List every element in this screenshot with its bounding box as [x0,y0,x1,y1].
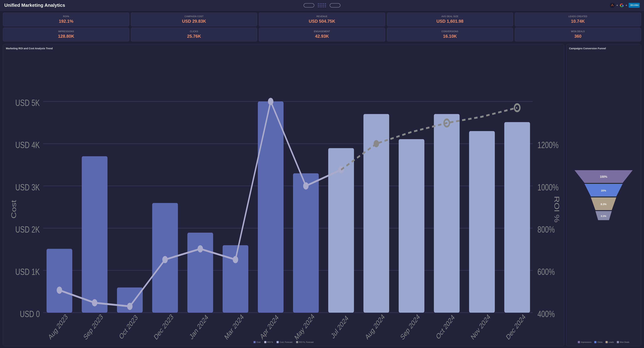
svg-text:400%: 400% [538,309,555,319]
svg-text:in: in [630,3,632,6]
funnel-legend-leads: Leads [606,341,614,343]
chart-section: Marketing ROI and Cost Analysis Trend US… [3,44,564,346]
funnel-legend-won-deals: Won Deals [617,341,630,343]
kpi-label-2: Revenue [262,15,382,18]
svg-text:Sep 2023: Sep 2023 [82,313,104,340]
kpi-row-2: Impressions 128.80K Clicks 25.76K Engage… [3,27,641,41]
svg-point-41 [162,256,168,263]
svg-text:Dec 2024: Dec 2024 [505,313,527,340]
funnel-legend-won-deals-label: Won Deals [620,341,630,343]
page-title: Unified Marketing Analytics [4,2,65,8]
funnel-legend-clicks-label: Clicks [597,341,602,343]
chart-container: USD 0 USD 1K USD 2K USD 3K USD 4K USD 5K… [6,52,561,340]
svg-point-38 [57,287,62,294]
svg-text:Cost: Cost [10,200,18,218]
kpi-card-4: Leads Created 10.74K [515,12,641,26]
svg-text:USD 4K: USD 4K [16,140,40,150]
kpi-value-0: 128.80K [6,34,126,39]
svg-rect-31 [293,173,319,313]
plus-sign-2: + [626,4,627,7]
kpi-label-4: Leads Created [518,15,638,18]
header-center-icons [304,3,340,7]
svg-rect-24 [46,249,72,313]
kpi-section: ROI% 192.1% Campaign Cost USD 29.83K Rev… [0,11,644,42]
legend-roi-forecast-label: ROI %, Forecast [299,341,314,343]
dashboard: Unified Marketing Analytics + [0,0,644,348]
pill-icon-right [330,3,340,7]
svg-text:USD 1K: USD 1K [16,267,40,277]
svg-text:20%: 20% [601,189,606,192]
svg-text:Mar 2024: Mar 2024 [223,313,245,340]
svg-text:May 2024: May 2024 [294,312,316,340]
svg-text:Sep 2024: Sep 2024 [399,313,421,340]
svg-point-40 [127,303,132,310]
svg-text:Apr 2024: Apr 2024 [259,313,280,340]
svg-point-47 [374,140,379,147]
legend-cost-forecast: ✓ Cost, Forecast [276,341,292,343]
linkedin-icon: in Linked [630,3,639,7]
svg-text:Jul 2024: Jul 2024 [330,314,350,340]
legend-cost-label: Cost [256,341,261,343]
kpi-value-1: USD 29.83K [134,19,254,24]
svg-rect-25 [82,156,108,313]
kpi-card-3: Conversions 16.10K [387,27,513,41]
svg-text:8.3%: 8.3% [601,203,606,206]
funnel-svg: 100% 20% 8.3% 0.3% [569,52,638,339]
legend-cost-forecast-label: Cost, Forecast [280,341,292,343]
svg-point-39 [92,299,97,306]
svg-text:1200%: 1200% [538,140,559,150]
svg-text:Aug 2024: Aug 2024 [364,313,386,340]
funnel-legend-clicks: Clicks [594,341,602,343]
plus-sign-1: + [616,4,618,7]
svg-rect-37 [504,122,530,313]
kpi-label-2: Engagement [262,30,382,33]
svg-text:0.3%: 0.3% [601,215,606,217]
funnel-section: Campaigns Conversion Funnel 100% 20% 8.3… [566,44,641,346]
kpi-value-3: 16.10K [390,34,510,39]
main-content: Marketing ROI and Cost Analysis Trend US… [0,42,644,348]
kpi-card-1: Clicks 25.76K [131,27,257,41]
kpi-card-0: Impressions 128.80K [3,27,129,41]
kpi-card-0: ROI% 192.1% [3,12,129,26]
kpi-row-1: ROI% 192.1% Campaign Cost USD 29.83K Rev… [3,12,641,26]
svg-point-42 [198,245,203,252]
kpi-card-2: Revenue USD 504.75K [259,12,385,26]
svg-rect-29 [222,245,248,313]
funnel-container: 100% 20% 8.3% 0.3% [569,52,638,339]
svg-text:USD 3K: USD 3K [16,182,40,192]
kpi-value-2: 42.93K [262,34,382,39]
svg-text:Aug 2023: Aug 2023 [47,313,69,340]
svg-text:100%: 100% [600,175,607,178]
chart-legend: ✓ Cost ✓ ROI % ✓ Cost, Forecast ✓ ROI %,… [6,341,561,343]
kpi-value-1: 25.76K [134,34,254,39]
svg-text:600%: 600% [538,267,555,277]
svg-text:Dec 2023: Dec 2023 [152,313,174,340]
kpi-value-3: USD 1,601.98 [390,19,510,24]
chart-svg: USD 0 USD 1K USD 2K USD 3K USD 4K USD 5K… [6,52,561,340]
legend-roi-label: ROI % [267,341,273,343]
svg-text:Oct 2023: Oct 2023 [118,313,139,340]
linkedin-logo: in Linked [628,3,640,8]
kpi-value-2: USD 504.75K [262,19,382,24]
svg-point-43 [233,256,238,263]
header-logos: + + in Linked [610,3,640,8]
kpi-label-1: Campaign Cost [134,15,254,18]
svg-rect-28 [187,233,213,313]
svg-point-44 [268,98,273,105]
kpi-label-0: ROI% [6,15,126,18]
header: Unified Marketing Analytics + [0,0,644,11]
legend-roi: ✓ ROI % [264,341,273,343]
svg-text:ROI %: ROI % [553,196,560,222]
svg-rect-30 [258,101,284,313]
kpi-value-0: 192.1% [6,19,126,24]
svg-point-1 [612,4,613,5]
funnel-legend-impressions-label: Impressions [581,341,592,343]
chart-title: Marketing ROI and Cost Analysis Trend [6,47,561,50]
kpi-value-4: 360 [518,34,638,39]
svg-text:1000%: 1000% [538,182,559,192]
svg-text:USD 2K: USD 2K [16,225,40,234]
funnel-title: Campaigns Conversion Funnel [569,47,638,50]
svg-text:USD 0: USD 0 [20,309,40,319]
kpi-value-4: 10.74K [518,19,638,24]
kpi-label-3: Avg Deal Size [390,15,510,18]
